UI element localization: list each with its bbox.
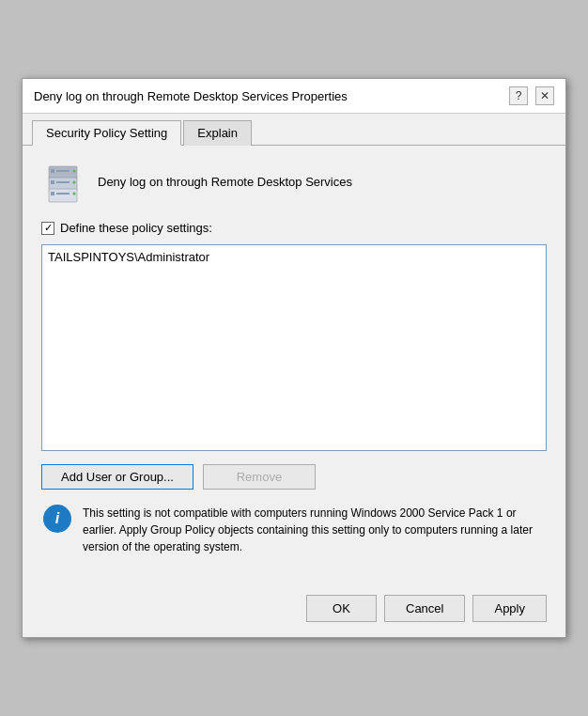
user-buttons-row: Add User or Group... Remove [41,464,547,490]
dialog-footer: OK Cancel Apply [23,585,565,637]
svg-rect-9 [51,192,54,195]
info-text: This setting is not compatible with comp… [83,505,545,555]
svg-rect-1 [51,169,54,173]
cancel-button[interactable]: Cancel [384,595,465,622]
list-item: TAILSPINTOYS\Administrator [46,249,542,265]
svg-point-7 [73,181,76,184]
dialog-window: Deny log on through Remote Desktop Servi… [22,78,566,638]
apply-button[interactable]: Apply [472,595,547,622]
main-panel: Deny log on through Remote Desktop Servi… [23,146,565,585]
policy-title: Deny log on through Remote Desktop Servi… [98,174,352,191]
close-button[interactable]: ✕ [535,86,554,105]
add-user-button[interactable]: Add User or Group... [41,464,193,490]
title-bar-controls: ? ✕ [509,86,554,105]
tab-security-policy-setting[interactable]: Security Policy Setting [32,120,181,146]
server-icon [41,161,85,204]
tab-bar: Security Policy Setting Explain [23,114,565,146]
remove-button[interactable]: Remove [203,464,316,490]
define-settings-label: Define these policy settings: [60,221,212,235]
dialog-title: Deny log on through Remote Desktop Servi… [34,89,348,103]
svg-point-3 [73,170,76,173]
svg-rect-10 [56,193,70,195]
svg-rect-2 [56,170,70,172]
svg-rect-5 [51,180,54,184]
info-icon: i [43,505,71,533]
help-button[interactable]: ? [509,86,528,105]
svg-rect-6 [56,181,70,183]
tab-explain[interactable]: Explain [183,120,252,146]
info-box: i This setting is not compatible with co… [41,505,547,555]
title-bar: Deny log on through Remote Desktop Servi… [23,79,565,114]
checkmark-icon: ✓ [44,223,53,233]
define-settings-row: ✓ Define these policy settings: [41,221,547,235]
svg-point-11 [73,193,76,195]
policy-header: Deny log on through Remote Desktop Servi… [41,161,547,204]
users-listbox[interactable]: TAILSPINTOYS\Administrator [41,244,547,451]
title-bar-left: Deny log on through Remote Desktop Servi… [34,89,348,103]
define-settings-checkbox[interactable]: ✓ [41,222,54,235]
ok-button[interactable]: OK [306,595,377,622]
